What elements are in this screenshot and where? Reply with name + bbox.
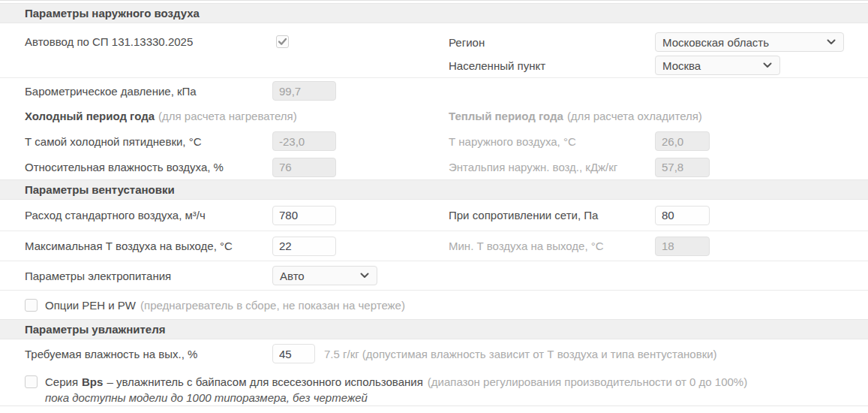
chevron-down-icon xyxy=(827,39,836,45)
warm-temp-label: Т наружного воздуха, °С xyxy=(449,135,576,148)
row-pressure: Барометрическое давление, кПа xyxy=(0,78,868,104)
row-region: Регион Московская область xyxy=(449,32,868,52)
bps-hint: (диапазон регулирования производительнос… xyxy=(428,375,747,388)
pressure-label: Барометрическое давление, кПа xyxy=(25,85,197,98)
city-select-value: Москва xyxy=(662,59,701,72)
row-outlet-temp: Максимальная Т воздуха на выходе, °С Мин… xyxy=(0,231,868,261)
row-power: Параметры электропитания Авто xyxy=(0,261,868,291)
autoinput-label: Автоввод по СП 131.13330.2025 xyxy=(25,35,193,48)
pressure-input xyxy=(272,81,336,101)
row-periods: Холодный период года (для расчета нагрев… xyxy=(0,104,868,128)
warm-period-title: Теплый период года xyxy=(449,110,563,122)
bps-label-bold: Bps xyxy=(82,375,103,388)
region-select[interactable]: Московская область xyxy=(655,32,844,52)
max-temp-label: Максимальная Т воздуха на выходе, °С xyxy=(25,240,233,252)
row-autoinput-region: Автоввод по СП 131.13330.2025 Регион Мос… xyxy=(0,23,868,78)
cold-temp-input xyxy=(272,131,336,151)
section-title: Параметры увлажнителя xyxy=(25,323,165,336)
bps-label-post: – увлажнитель с байпасом для всесезонног… xyxy=(107,375,422,388)
section-header-humidifier: Параметры увлажнителя xyxy=(0,319,868,339)
enthalpy-input xyxy=(655,158,710,177)
section-title: Параметры наружного воздуха xyxy=(25,7,200,20)
power-select-value: Авто xyxy=(280,270,305,282)
row-bps-series: Серия Bps – увлажнитель с байпасом для в… xyxy=(0,368,868,405)
city-label: Населенный пункт xyxy=(449,59,545,72)
bottom-divider xyxy=(0,405,868,406)
resistance-label: При сопротивлении сети, Па xyxy=(449,209,598,222)
peh-pw-label: Опции PEH и PW xyxy=(45,299,136,312)
row-cold-temp: Т самой холодной пятидневки, °С Т наружн… xyxy=(0,128,868,155)
section-header-outdoor-air: Параметры наружного воздуха xyxy=(0,3,868,23)
rel-humidity-label: Относительная влажность воздуха, % xyxy=(25,161,224,173)
bps-checkbox[interactable] xyxy=(25,375,38,388)
min-temp-input xyxy=(655,237,710,256)
row-humidity-enthalpy: Относительная влажность воздуха, % Энтал… xyxy=(0,155,868,179)
req-humidity-hint: 7.5 г/кг (допустимая влажность зависит о… xyxy=(324,348,717,360)
peh-pw-checkbox[interactable] xyxy=(25,299,38,312)
hvac-parameters-form: Параметры наружного воздуха Автоввод по … xyxy=(0,0,868,413)
warm-temp-input xyxy=(655,131,710,151)
city-select[interactable]: Москва xyxy=(655,56,780,75)
airflow-input[interactable] xyxy=(272,206,336,225)
section-header-unit: Параметры вентустановки xyxy=(0,179,868,200)
check-icon xyxy=(278,38,287,45)
warm-period-hint: (для расчета охладителя) xyxy=(567,110,702,122)
rel-humidity-input xyxy=(272,158,336,177)
autoinput-checkbox[interactable] xyxy=(276,35,289,48)
cold-period-hint: (для расчета нагревателя) xyxy=(158,110,297,122)
chevron-down-icon xyxy=(360,273,369,279)
min-temp-label: Мин. Т воздуха на выходе, °С xyxy=(449,240,604,252)
power-label: Параметры электропитания xyxy=(25,270,171,282)
row-peh-pw-option: Опции PEH и PW (преднагреватель в сборе,… xyxy=(0,291,868,319)
resistance-input[interactable] xyxy=(655,206,710,225)
airflow-label: Расход стандартного воздуха, м³/ч xyxy=(25,209,206,222)
section-title: Параметры вентустановки xyxy=(25,183,175,196)
peh-pw-hint: (преднагреватель в сборе, не показан на … xyxy=(140,299,405,312)
cold-temp-label: Т самой холодной пятидневки, °С xyxy=(25,135,202,148)
row-required-humidity: Требуемая влажность на вых., % 7.5 г/кг … xyxy=(0,339,868,368)
req-humidity-label: Требуемая влажность на вых., % xyxy=(25,348,197,360)
req-humidity-input[interactable] xyxy=(272,344,315,363)
row-city: Населенный пункт Москва xyxy=(449,56,868,75)
bps-availability-note: пока доступны модели до 1000 типоразмера… xyxy=(45,391,368,404)
enthalpy-label: Энтальпия наружн. возд., кДж/кг xyxy=(449,161,617,173)
cold-period-title: Холодный период года xyxy=(25,110,155,122)
bps-label-pre: Серия xyxy=(45,375,78,388)
power-select[interactable]: Авто xyxy=(272,266,377,285)
max-temp-input[interactable] xyxy=(272,237,336,256)
chevron-down-icon xyxy=(763,62,772,68)
region-select-value: Московская область xyxy=(662,36,769,49)
region-label: Регион xyxy=(449,36,485,49)
row-airflow: Расход стандартного воздуха, м³/ч При со… xyxy=(0,200,868,231)
